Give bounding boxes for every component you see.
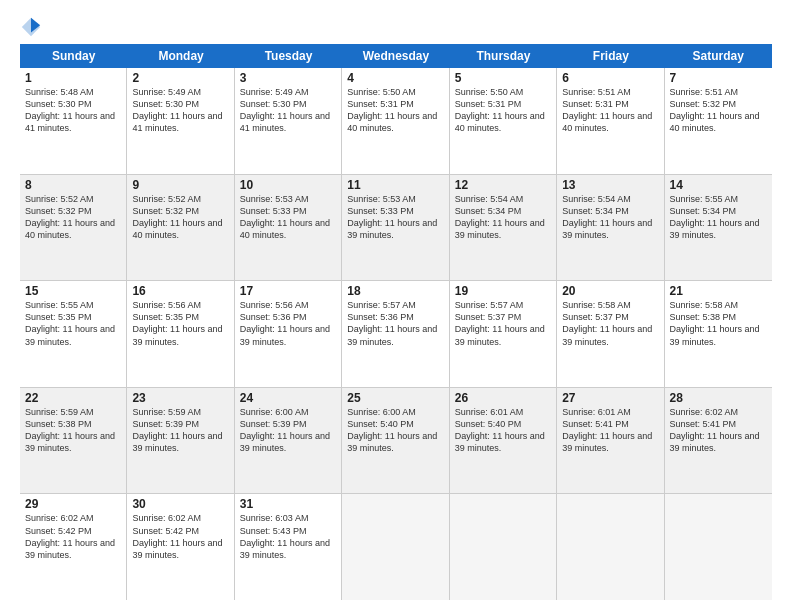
day-info: Sunrise: 5:55 AM Sunset: 5:34 PM Dayligh… [670,193,767,242]
calendar-cell: 26Sunrise: 6:01 AM Sunset: 5:40 PM Dayli… [450,388,557,494]
calendar-cell: 16Sunrise: 5:56 AM Sunset: 5:35 PM Dayli… [127,281,234,387]
day-number: 8 [25,178,121,192]
day-number: 15 [25,284,121,298]
logo [20,16,46,38]
day-info: Sunrise: 5:50 AM Sunset: 5:31 PM Dayligh… [455,86,551,135]
calendar-cell: 20Sunrise: 5:58 AM Sunset: 5:37 PM Dayli… [557,281,664,387]
header-day-thursday: Thursday [450,44,557,68]
day-info: Sunrise: 5:55 AM Sunset: 5:35 PM Dayligh… [25,299,121,348]
day-number: 24 [240,391,336,405]
day-number: 3 [240,71,336,85]
calendar-row-2: 8Sunrise: 5:52 AM Sunset: 5:32 PM Daylig… [20,175,772,282]
day-number: 17 [240,284,336,298]
calendar-cell: 14Sunrise: 5:55 AM Sunset: 5:34 PM Dayli… [665,175,772,281]
calendar-cell: 17Sunrise: 5:56 AM Sunset: 5:36 PM Dayli… [235,281,342,387]
calendar-cell: 4Sunrise: 5:50 AM Sunset: 5:31 PM Daylig… [342,68,449,174]
calendar-row-5: 29Sunrise: 6:02 AM Sunset: 5:42 PM Dayli… [20,494,772,600]
day-info: Sunrise: 5:56 AM Sunset: 5:36 PM Dayligh… [240,299,336,348]
calendar-cell: 8Sunrise: 5:52 AM Sunset: 5:32 PM Daylig… [20,175,127,281]
day-info: Sunrise: 5:59 AM Sunset: 5:39 PM Dayligh… [132,406,228,455]
calendar-cell: 15Sunrise: 5:55 AM Sunset: 5:35 PM Dayli… [20,281,127,387]
calendar-cell: 5Sunrise: 5:50 AM Sunset: 5:31 PM Daylig… [450,68,557,174]
calendar-cell [665,494,772,600]
day-number: 26 [455,391,551,405]
calendar-cell: 1Sunrise: 5:48 AM Sunset: 5:30 PM Daylig… [20,68,127,174]
day-number: 21 [670,284,767,298]
day-number: 5 [455,71,551,85]
day-info: Sunrise: 5:57 AM Sunset: 5:37 PM Dayligh… [455,299,551,348]
header-day-wednesday: Wednesday [342,44,449,68]
calendar-cell: 13Sunrise: 5:54 AM Sunset: 5:34 PM Dayli… [557,175,664,281]
day-info: Sunrise: 5:53 AM Sunset: 5:33 PM Dayligh… [347,193,443,242]
calendar-cell: 31Sunrise: 6:03 AM Sunset: 5:43 PM Dayli… [235,494,342,600]
logo-icon [20,16,42,38]
day-info: Sunrise: 5:49 AM Sunset: 5:30 PM Dayligh… [240,86,336,135]
calendar-cell: 10Sunrise: 5:53 AM Sunset: 5:33 PM Dayli… [235,175,342,281]
calendar-row-1: 1Sunrise: 5:48 AM Sunset: 5:30 PM Daylig… [20,68,772,175]
day-info: Sunrise: 5:54 AM Sunset: 5:34 PM Dayligh… [562,193,658,242]
calendar-cell: 9Sunrise: 5:52 AM Sunset: 5:32 PM Daylig… [127,175,234,281]
day-number: 28 [670,391,767,405]
calendar-body: 1Sunrise: 5:48 AM Sunset: 5:30 PM Daylig… [20,68,772,600]
day-number: 16 [132,284,228,298]
day-info: Sunrise: 6:02 AM Sunset: 5:42 PM Dayligh… [132,512,228,561]
day-number: 2 [132,71,228,85]
calendar-row-3: 15Sunrise: 5:55 AM Sunset: 5:35 PM Dayli… [20,281,772,388]
calendar-cell: 18Sunrise: 5:57 AM Sunset: 5:36 PM Dayli… [342,281,449,387]
day-info: Sunrise: 5:54 AM Sunset: 5:34 PM Dayligh… [455,193,551,242]
header [20,16,772,38]
calendar-cell [557,494,664,600]
calendar-cell: 21Sunrise: 5:58 AM Sunset: 5:38 PM Dayli… [665,281,772,387]
day-info: Sunrise: 5:50 AM Sunset: 5:31 PM Dayligh… [347,86,443,135]
day-number: 13 [562,178,658,192]
calendar-cell: 29Sunrise: 6:02 AM Sunset: 5:42 PM Dayli… [20,494,127,600]
day-info: Sunrise: 5:53 AM Sunset: 5:33 PM Dayligh… [240,193,336,242]
day-number: 4 [347,71,443,85]
calendar-cell [450,494,557,600]
calendar-cell: 2Sunrise: 5:49 AM Sunset: 5:30 PM Daylig… [127,68,234,174]
day-info: Sunrise: 5:51 AM Sunset: 5:31 PM Dayligh… [562,86,658,135]
day-number: 6 [562,71,658,85]
calendar-cell: 25Sunrise: 6:00 AM Sunset: 5:40 PM Dayli… [342,388,449,494]
calendar-cell: 27Sunrise: 6:01 AM Sunset: 5:41 PM Dayli… [557,388,664,494]
day-number: 11 [347,178,443,192]
day-number: 27 [562,391,658,405]
day-number: 14 [670,178,767,192]
day-info: Sunrise: 6:02 AM Sunset: 5:41 PM Dayligh… [670,406,767,455]
day-number: 22 [25,391,121,405]
day-number: 7 [670,71,767,85]
day-number: 10 [240,178,336,192]
day-info: Sunrise: 5:58 AM Sunset: 5:38 PM Dayligh… [670,299,767,348]
calendar-cell: 6Sunrise: 5:51 AM Sunset: 5:31 PM Daylig… [557,68,664,174]
day-info: Sunrise: 5:51 AM Sunset: 5:32 PM Dayligh… [670,86,767,135]
calendar-cell: 30Sunrise: 6:02 AM Sunset: 5:42 PM Dayli… [127,494,234,600]
calendar-cell [342,494,449,600]
page: SundayMondayTuesdayWednesdayThursdayFrid… [0,0,792,612]
day-info: Sunrise: 6:03 AM Sunset: 5:43 PM Dayligh… [240,512,336,561]
day-number: 29 [25,497,121,511]
calendar-cell: 7Sunrise: 5:51 AM Sunset: 5:32 PM Daylig… [665,68,772,174]
calendar-cell: 22Sunrise: 5:59 AM Sunset: 5:38 PM Dayli… [20,388,127,494]
day-number: 1 [25,71,121,85]
day-number: 20 [562,284,658,298]
day-info: Sunrise: 6:00 AM Sunset: 5:40 PM Dayligh… [347,406,443,455]
header-day-saturday: Saturday [665,44,772,68]
calendar-cell: 23Sunrise: 5:59 AM Sunset: 5:39 PM Dayli… [127,388,234,494]
calendar-cell: 24Sunrise: 6:00 AM Sunset: 5:39 PM Dayli… [235,388,342,494]
header-day-tuesday: Tuesday [235,44,342,68]
day-number: 9 [132,178,228,192]
day-number: 18 [347,284,443,298]
day-info: Sunrise: 6:01 AM Sunset: 5:41 PM Dayligh… [562,406,658,455]
day-number: 30 [132,497,228,511]
day-number: 31 [240,497,336,511]
calendar-cell: 3Sunrise: 5:49 AM Sunset: 5:30 PM Daylig… [235,68,342,174]
day-info: Sunrise: 5:52 AM Sunset: 5:32 PM Dayligh… [132,193,228,242]
day-number: 19 [455,284,551,298]
day-info: Sunrise: 5:48 AM Sunset: 5:30 PM Dayligh… [25,86,121,135]
header-day-sunday: Sunday [20,44,127,68]
day-info: Sunrise: 5:49 AM Sunset: 5:30 PM Dayligh… [132,86,228,135]
header-day-monday: Monday [127,44,234,68]
calendar-cell: 28Sunrise: 6:02 AM Sunset: 5:41 PM Dayli… [665,388,772,494]
calendar-cell: 12Sunrise: 5:54 AM Sunset: 5:34 PM Dayli… [450,175,557,281]
header-day-friday: Friday [557,44,664,68]
